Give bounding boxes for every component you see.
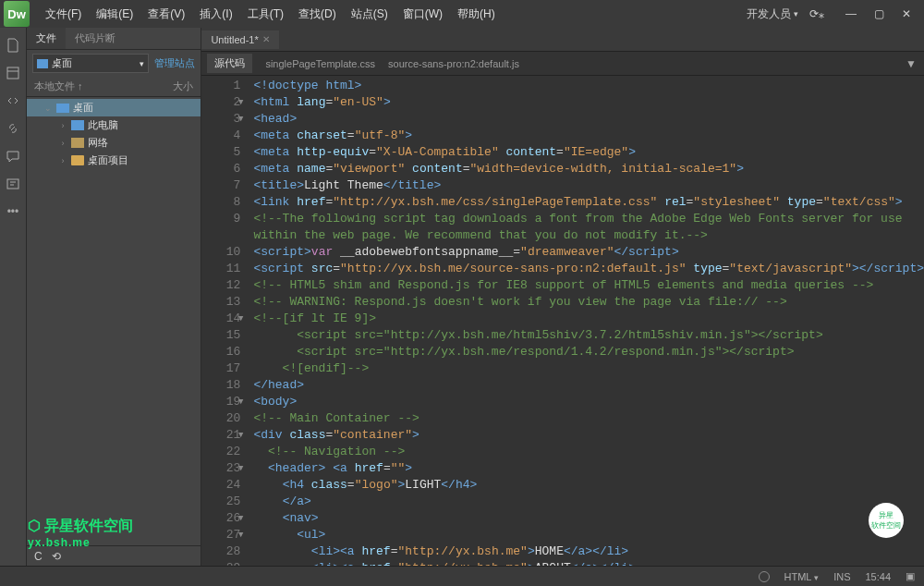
- view-source-tab[interactable]: 源代码: [207, 54, 252, 73]
- title-bar: Dw 文件(F)编辑(E)查看(V)插入(I)工具(T)查找(D)站点(S)窗口…: [0, 0, 924, 28]
- menu-item[interactable]: 窗口(W): [396, 3, 449, 26]
- left-tool-column: •••: [0, 28, 27, 566]
- tool-css-icon[interactable]: [0, 170, 26, 198]
- status-ins[interactable]: INS: [833, 571, 850, 582]
- tool-split-icon[interactable]: [0, 87, 26, 115]
- folder-icon: [71, 155, 84, 165]
- site-dropdown[interactable]: 桌面▾: [32, 54, 149, 73]
- code-editor[interactable]: 12▼3▼4567891011121314▼1516171819▼2021▼22…: [201, 76, 924, 566]
- panel-bottom-tools: C ⟲: [27, 545, 201, 566]
- manage-sites-link[interactable]: 管理站点: [154, 56, 195, 70]
- size-header[interactable]: 大小: [173, 79, 193, 93]
- close-button[interactable]: ✕: [893, 4, 920, 24]
- tool-c-icon[interactable]: C: [34, 550, 43, 563]
- editor-subtabs: 源代码 singlePageTemplate.css source-sans-p…: [201, 52, 924, 76]
- document-tab[interactable]: Untitled-1*✕: [201, 31, 278, 49]
- tool-file-icon[interactable]: [0, 31, 26, 59]
- tool-manage-icon[interactable]: [0, 59, 26, 87]
- maximize-button[interactable]: ▢: [865, 4, 893, 24]
- tab-snippets[interactable]: 代码片断: [66, 28, 125, 49]
- files-panel: 文件 代码片断 桌面▾ 管理站点 本地文件 ↑ 大小 ⌄桌面 ›此电脑 ›网络 …: [27, 28, 201, 566]
- menu-item[interactable]: 查找(D): [292, 3, 343, 26]
- document-tabs: Untitled-1*✕: [201, 28, 924, 52]
- tool-refresh-icon[interactable]: ⟲: [52, 550, 61, 563]
- menu-item[interactable]: 帮助(H): [451, 3, 502, 26]
- workspace-switcher[interactable]: 开发人员 ▾: [741, 6, 804, 22]
- tool-link-icon[interactable]: [0, 115, 26, 142]
- local-files-header[interactable]: 本地文件 ↑: [34, 79, 83, 93]
- computer-icon: [71, 120, 84, 130]
- tool-comment-icon[interactable]: [0, 142, 26, 170]
- menu-item[interactable]: 站点(S): [345, 3, 395, 26]
- menu-item[interactable]: 编辑(E): [90, 3, 140, 26]
- line-gutter: 12▼3▼4567891011121314▼1516171819▼2021▼22…: [201, 76, 248, 566]
- editor-area: Untitled-1*✕ 源代码 singlePageTemplate.css …: [201, 28, 924, 566]
- tree-root[interactable]: ⌄桌面: [27, 99, 201, 116]
- svg-rect-0: [7, 67, 18, 79]
- related-css-tab[interactable]: singlePageTemplate.css: [265, 58, 375, 69]
- svg-rect-1: [7, 179, 18, 189]
- app-logo: Dw: [4, 1, 30, 27]
- file-tree: ⌄桌面 ›此电脑 ›网络 ›桌面项目: [27, 97, 201, 545]
- tool-more-icon[interactable]: •••: [0, 198, 26, 226]
- status-language[interactable]: HTML ▾: [784, 571, 820, 582]
- tree-project[interactable]: ›桌面项目: [27, 152, 201, 169]
- close-tab-icon[interactable]: ✕: [262, 34, 270, 44]
- related-js-tab[interactable]: source-sans-pro:n2:default.js: [388, 58, 519, 69]
- menu-bar: 文件(F)编辑(E)查看(V)插入(I)工具(T)查找(D)站点(S)窗口(W)…: [39, 3, 502, 26]
- status-overflow-icon[interactable]: ▣: [906, 570, 915, 582]
- tree-network[interactable]: ›网络: [27, 134, 201, 152]
- code-body[interactable]: <!doctype html><html lang="en-US"><head>…: [248, 76, 924, 566]
- menu-item[interactable]: 插入(I): [193, 3, 238, 26]
- sync-icon[interactable]: ⟳⁎: [804, 7, 830, 20]
- status-time: 15:44: [865, 571, 891, 582]
- status-error-icon[interactable]: [759, 571, 770, 582]
- status-bar: HTML ▾ INS 15:44 ▣: [0, 566, 924, 586]
- menu-item[interactable]: 查看(V): [141, 3, 191, 26]
- menu-item[interactable]: 工具(T): [241, 3, 290, 26]
- minimize-button[interactable]: —: [837, 4, 865, 24]
- network-icon: [71, 138, 84, 148]
- tree-computer[interactable]: ›此电脑: [27, 116, 201, 134]
- tab-files[interactable]: 文件: [27, 28, 66, 49]
- menu-item[interactable]: 文件(F): [39, 3, 88, 26]
- filter-icon[interactable]: ▼: [906, 57, 917, 70]
